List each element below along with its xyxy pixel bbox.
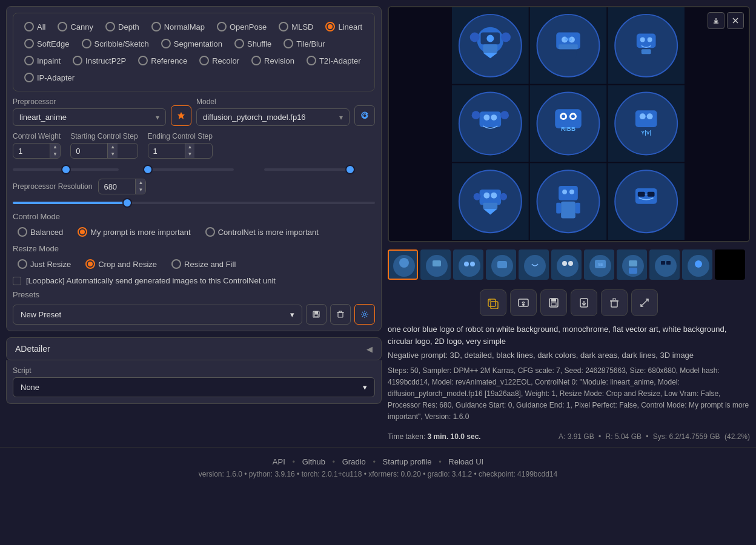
zip-button[interactable]: [571, 289, 597, 316]
trash-button[interactable]: [601, 289, 628, 316]
ending-step-down[interactable]: ▼: [185, 151, 195, 158]
image-download-button[interactable]: [708, 12, 724, 29]
save-button[interactable]: [540, 289, 567, 316]
control-mode-controlnet[interactable]: ControlNet is more important: [201, 225, 323, 239]
thumbnail-7[interactable]: [617, 249, 647, 280]
resize-button[interactable]: [631, 289, 658, 316]
script-dropdown[interactable]: None ▾: [13, 377, 375, 397]
svg-rect-71: [556, 203, 561, 214]
starting-step-input[interactable]: [71, 144, 107, 158]
adetailer-header[interactable]: ADetailer ◀: [6, 337, 382, 360]
radio-scribble[interactable]: Scribble/Sketch: [77, 36, 154, 51]
resolution-slider[interactable]: [13, 202, 375, 204]
radio-depth[interactable]: Depth: [101, 19, 144, 34]
svg-rect-113: [716, 251, 745, 280]
starting-step-slider[interactable]: [143, 168, 234, 171]
resolution-up[interactable]: ▲: [136, 179, 145, 187]
radio-recolor[interactable]: Recolor: [194, 53, 244, 68]
starting-step-up[interactable]: ▲: [108, 144, 118, 151]
resize-fill[interactable]: Resize and Fill: [167, 257, 240, 271]
ending-step-input[interactable]: [148, 144, 185, 158]
footer-reload-link[interactable]: Reload UI: [448, 457, 483, 466]
thumbnail-0[interactable]: [388, 249, 418, 280]
resolution-slider-group: [13, 197, 375, 206]
starting-step-down[interactable]: ▼: [108, 151, 118, 158]
trash-icon: [336, 310, 345, 319]
radio-label-normalmap: NormalMap: [164, 22, 205, 31]
model-dropdown[interactable]: diffusion_pytorch_model.fp16 ▾: [196, 108, 350, 126]
loopback-row[interactable]: [Loopback] Automatically send generated …: [13, 276, 375, 285]
thumbnail-4[interactable]: [519, 249, 549, 280]
resize-just-resize[interactable]: Just Resize: [13, 257, 76, 271]
preset-apply-button[interactable]: [354, 304, 375, 325]
resize-mode-section: Resize Mode Just Resize Crop and Resize: [13, 244, 375, 271]
ending-step-slider[interactable]: [264, 168, 355, 171]
svg-point-42: [500, 111, 509, 119]
preset-delete-button[interactable]: [330, 304, 351, 325]
thumbnail-1[interactable]: [420, 249, 451, 280]
thumbnail-5[interactable]: [551, 249, 582, 280]
radio-tileblur[interactable]: Tile/Blur: [279, 36, 330, 51]
preset-save-button[interactable]: [306, 304, 327, 325]
footer-api-link[interactable]: API: [273, 457, 285, 466]
svg-rect-91: [497, 261, 507, 268]
radio-t2i[interactable]: T2I-Adapter: [302, 53, 366, 68]
thumbnail-8[interactable]: [649, 249, 680, 280]
radio-shuffle[interactable]: Shuffle: [230, 36, 276, 51]
radio-normalmap[interactable]: NormalMap: [147, 19, 210, 34]
resolution-input[interactable]: [99, 180, 135, 194]
radio-revision[interactable]: Revision: [247, 53, 299, 68]
radio-openpose[interactable]: OpenPose: [212, 19, 271, 34]
radio-lineart[interactable]: Lineart: [320, 19, 367, 34]
svg-point-54: [640, 113, 646, 119]
ending-step-up[interactable]: ▲: [185, 144, 195, 151]
thumbnail-9[interactable]: [682, 249, 712, 280]
footer-gradio-link[interactable]: Gradio: [342, 457, 366, 466]
thumbnail-6[interactable]: RIB: [584, 249, 614, 280]
preprocessor-label: Preprocessor: [13, 97, 166, 106]
control-weight-down[interactable]: ▼: [50, 151, 60, 158]
image-close-button[interactable]: [727, 12, 744, 29]
radio-segmentation[interactable]: Segmentation: [156, 36, 227, 51]
radio-circle-depth: [105, 22, 115, 31]
radio-ip-adapter[interactable]: IP-Adapter: [19, 70, 79, 85]
radio-reference[interactable]: Reference: [133, 53, 192, 68]
memory-r-value: 5.04 GB: [615, 432, 642, 441]
control-mode-my-prompt[interactable]: My prompt is more important: [73, 225, 195, 239]
svg-rect-32: [637, 34, 656, 48]
preprocessor-run-button[interactable]: [171, 105, 191, 126]
radio-inpaint[interactable]: Inpaint: [19, 53, 65, 68]
chevron-down-icon-2: ▾: [339, 113, 343, 122]
thumbnail-10[interactable]: [715, 249, 745, 280]
radio-instructp2p[interactable]: InstructP2P: [68, 53, 131, 68]
radio-label-reference: Reference: [151, 56, 187, 65]
radio-mlsd[interactable]: MLSD: [274, 19, 318, 34]
svg-point-69: [569, 190, 574, 194]
send-to-inpaint-button[interactable]: [510, 289, 537, 316]
send-to-img2img-button[interactable]: [480, 289, 506, 316]
control-weight-slider[interactable]: [13, 168, 119, 171]
thumbnail-2[interactable]: [453, 249, 483, 280]
resolution-down[interactable]: ▼: [136, 187, 145, 194]
presets-dropdown[interactable]: New Preset ▾: [13, 305, 302, 325]
radio-softedge[interactable]: SoftEdge: [19, 36, 75, 51]
loopback-checkbox[interactable]: [13, 277, 21, 285]
radio-circle-controlnet: [205, 227, 215, 237]
download-icon: [712, 17, 720, 24]
resize-crop-resize[interactable]: Crop and Resize: [81, 257, 162, 271]
preprocessor-dropdown[interactable]: lineart_anime ▾: [13, 108, 166, 126]
radio-label-revision: Revision: [264, 56, 294, 65]
control-weight-label: Control Weight: [13, 132, 61, 140]
control-weight-input[interactable]: [13, 144, 50, 158]
radio-canny[interactable]: Canny: [53, 19, 98, 34]
svg-rect-35: [642, 49, 651, 54]
model-refresh-button[interactable]: [354, 105, 375, 126]
radio-all[interactable]: All: [19, 19, 50, 34]
footer-startup-link[interactable]: Startup profile: [383, 457, 432, 466]
radio-circle-canny: [58, 22, 67, 31]
control-weight-up[interactable]: ▲: [50, 144, 60, 151]
control-mode-label: Control Mode: [13, 212, 375, 221]
footer-github-link[interactable]: Github: [302, 457, 325, 466]
control-mode-balanced[interactable]: Balanced: [13, 225, 68, 239]
thumbnail-3[interactable]: [486, 249, 516, 280]
